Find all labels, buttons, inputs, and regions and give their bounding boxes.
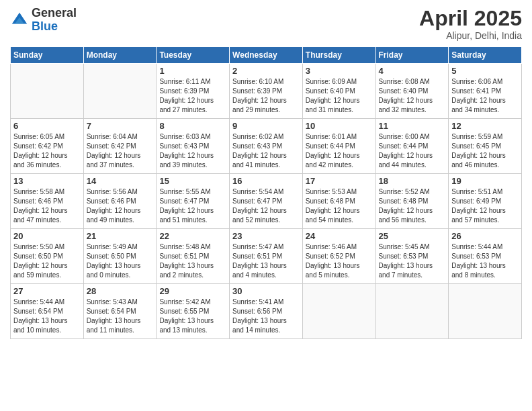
calendar-cell: 26Sunrise: 5:44 AM Sunset: 6:53 PM Dayli… [449,229,522,284]
day-number: 27 [13,286,81,296]
day-number: 28 [87,286,154,296]
sun-info: Sunrise: 5:56 AM Sunset: 6:46 PM Dayligh… [87,187,154,225]
day-number: 10 [306,121,373,131]
calendar-week-row: 13Sunrise: 5:58 AM Sunset: 6:46 PM Dayli… [11,174,522,229]
day-number: 9 [232,121,300,131]
logo-blue-text: Blue [32,19,58,33]
day-number: 6 [13,121,81,131]
calendar-week-row: 6Sunrise: 6:05 AM Sunset: 6:42 PM Daylig… [11,119,522,174]
sun-info: Sunrise: 6:06 AM Sunset: 6:41 PM Dayligh… [451,77,519,115]
sun-info: Sunrise: 5:55 AM Sunset: 6:47 PM Dayligh… [159,187,226,225]
calendar-cell: 4Sunrise: 6:08 AM Sunset: 6:40 PM Daylig… [375,64,449,119]
logo-icon [10,11,29,30]
calendar-table: SundayMondayTuesdayWednesdayThursdayFrid… [10,46,522,339]
sun-info: Sunrise: 6:00 AM Sunset: 6:44 PM Dayligh… [379,132,446,170]
calendar-week-row: 20Sunrise: 5:50 AM Sunset: 6:50 PM Dayli… [11,229,522,284]
sun-info: Sunrise: 6:02 AM Sunset: 6:43 PM Dayligh… [232,132,300,170]
calendar-week-row: 27Sunrise: 5:44 AM Sunset: 6:54 PM Dayli… [11,284,522,339]
day-of-week-monday: Monday [83,47,157,64]
sun-info: Sunrise: 5:44 AM Sunset: 6:54 PM Dayligh… [13,298,81,335]
sun-info: Sunrise: 5:44 AM Sunset: 6:53 PM Dayligh… [451,242,519,280]
sun-info: Sunrise: 5:48 AM Sunset: 6:51 PM Dayligh… [159,242,226,280]
sun-info: Sunrise: 5:46 AM Sunset: 6:52 PM Dayligh… [306,242,373,280]
calendar-cell [11,64,84,119]
sun-info: Sunrise: 5:43 AM Sunset: 6:54 PM Dayligh… [87,298,154,335]
calendar-cell: 14Sunrise: 5:56 AM Sunset: 6:46 PM Dayli… [83,174,157,229]
sun-info: Sunrise: 5:50 AM Sunset: 6:50 PM Dayligh… [13,242,81,280]
calendar-cell: 25Sunrise: 5:45 AM Sunset: 6:53 PM Dayli… [375,229,449,284]
sun-info: Sunrise: 6:09 AM Sunset: 6:40 PM Dayligh… [306,77,373,115]
day-number: 13 [13,176,81,186]
day-number: 7 [87,121,154,131]
day-number: 25 [379,231,446,241]
calendar-cell [83,64,157,119]
sun-info: Sunrise: 6:05 AM Sunset: 6:42 PM Dayligh… [13,132,81,170]
calendar-cell: 30Sunrise: 5:41 AM Sunset: 6:56 PM Dayli… [230,284,303,339]
calendar-cell: 21Sunrise: 5:49 AM Sunset: 6:50 PM Dayli… [83,229,157,284]
sun-info: Sunrise: 5:49 AM Sunset: 6:50 PM Dayligh… [87,242,154,280]
calendar-week-row: 1Sunrise: 6:11 AM Sunset: 6:39 PM Daylig… [11,64,522,119]
day-of-week-thursday: Thursday [302,47,375,64]
calendar-cell: 23Sunrise: 5:47 AM Sunset: 6:51 PM Dayli… [230,229,303,284]
calendar-cell: 5Sunrise: 6:06 AM Sunset: 6:41 PM Daylig… [449,64,522,119]
sun-info: Sunrise: 5:59 AM Sunset: 6:45 PM Dayligh… [451,132,519,170]
day-of-week-tuesday: Tuesday [157,47,230,64]
day-of-week-friday: Friday [375,47,449,64]
calendar-cell: 10Sunrise: 6:01 AM Sunset: 6:44 PM Dayli… [302,119,375,174]
day-of-week-sunday: Sunday [11,47,84,64]
day-number: 19 [451,176,519,186]
calendar-cell: 27Sunrise: 5:44 AM Sunset: 6:54 PM Dayli… [11,284,84,339]
calendar-cell: 20Sunrise: 5:50 AM Sunset: 6:50 PM Dayli… [11,229,84,284]
sun-info: Sunrise: 5:54 AM Sunset: 6:47 PM Dayligh… [232,187,300,225]
day-of-week-saturday: Saturday [449,47,522,64]
day-number: 4 [379,66,446,76]
day-of-week-wednesday: Wednesday [230,47,303,64]
calendar-cell [375,284,449,339]
day-number: 29 [159,286,226,296]
calendar-cell: 9Sunrise: 6:02 AM Sunset: 6:43 PM Daylig… [230,119,303,174]
calendar-cell: 22Sunrise: 5:48 AM Sunset: 6:51 PM Dayli… [157,229,230,284]
sun-info: Sunrise: 5:51 AM Sunset: 6:49 PM Dayligh… [451,187,519,225]
calendar-cell: 11Sunrise: 6:00 AM Sunset: 6:44 PM Dayli… [375,119,449,174]
day-number: 8 [159,121,226,131]
calendar-cell: 3Sunrise: 6:09 AM Sunset: 6:40 PM Daylig… [302,64,375,119]
calendar-cell: 8Sunrise: 6:03 AM Sunset: 6:43 PM Daylig… [157,119,230,174]
title-block: April 2025 Alipur, Delhi, India [419,7,522,41]
sun-info: Sunrise: 5:47 AM Sunset: 6:51 PM Dayligh… [232,242,300,280]
logo-general-text: General [32,6,77,19]
calendar-cell: 7Sunrise: 6:04 AM Sunset: 6:42 PM Daylig… [83,119,157,174]
day-number: 23 [232,231,300,241]
month-year: April 2025 [419,7,522,30]
day-number: 30 [232,286,300,296]
sun-info: Sunrise: 5:53 AM Sunset: 6:48 PM Dayligh… [306,187,373,225]
calendar-cell: 6Sunrise: 6:05 AM Sunset: 6:42 PM Daylig… [11,119,84,174]
calendar-cell: 29Sunrise: 5:42 AM Sunset: 6:55 PM Dayli… [157,284,230,339]
sun-info: Sunrise: 5:52 AM Sunset: 6:48 PM Dayligh… [379,187,446,225]
calendar-cell: 13Sunrise: 5:58 AM Sunset: 6:46 PM Dayli… [11,174,84,229]
calendar-cell: 17Sunrise: 5:53 AM Sunset: 6:48 PM Dayli… [302,174,375,229]
day-number: 12 [451,121,519,131]
calendar-cell: 19Sunrise: 5:51 AM Sunset: 6:49 PM Dayli… [449,174,522,229]
location: Alipur, Delhi, India [419,30,522,41]
sun-info: Sunrise: 6:04 AM Sunset: 6:42 PM Dayligh… [87,132,154,170]
day-number: 2 [232,66,300,76]
calendar-cell: 24Sunrise: 5:46 AM Sunset: 6:52 PM Dayli… [302,229,375,284]
sun-info: Sunrise: 5:45 AM Sunset: 6:53 PM Dayligh… [379,242,446,280]
day-number: 20 [13,231,81,241]
day-number: 16 [232,176,300,186]
calendar-cell: 28Sunrise: 5:43 AM Sunset: 6:54 PM Dayli… [83,284,157,339]
calendar-cell [449,284,522,339]
logo: General Blue [10,7,77,34]
calendar-cell: 12Sunrise: 5:59 AM Sunset: 6:45 PM Dayli… [449,119,522,174]
calendar-header-row: SundayMondayTuesdayWednesdayThursdayFrid… [11,47,522,64]
day-number: 24 [306,231,373,241]
day-number: 26 [451,231,519,241]
day-number: 18 [379,176,446,186]
page-header: General Blue April 2025 Alipur, Delhi, I… [10,7,522,41]
sun-info: Sunrise: 6:01 AM Sunset: 6:44 PM Dayligh… [306,132,373,170]
calendar-cell: 1Sunrise: 6:11 AM Sunset: 6:39 PM Daylig… [157,64,230,119]
sun-info: Sunrise: 5:41 AM Sunset: 6:56 PM Dayligh… [232,298,300,335]
sun-info: Sunrise: 6:03 AM Sunset: 6:43 PM Dayligh… [159,132,226,170]
day-number: 22 [159,231,226,241]
day-number: 5 [451,66,519,76]
